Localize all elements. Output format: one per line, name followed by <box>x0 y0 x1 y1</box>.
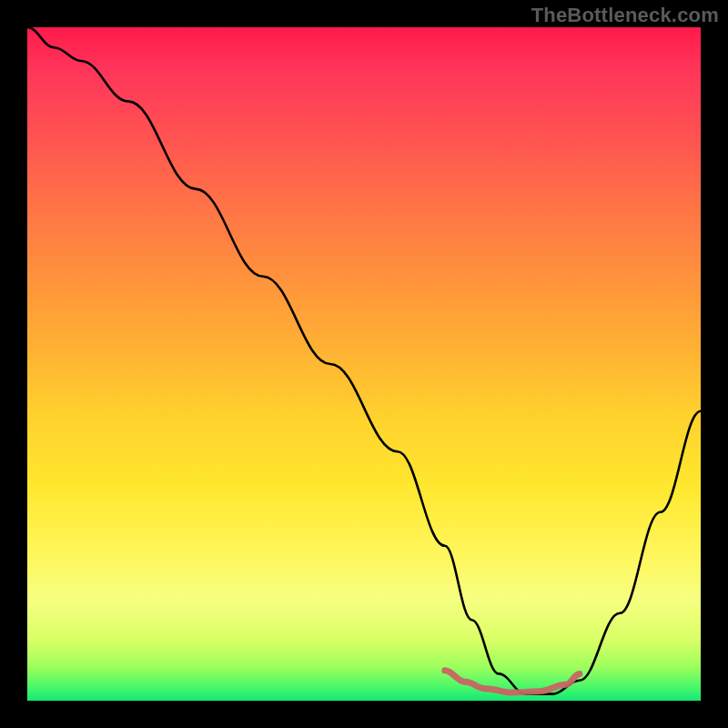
optimal-range-marker <box>445 671 580 693</box>
watermark-text: TheBottleneck.com <box>531 4 719 27</box>
chart-svg <box>27 27 701 701</box>
bottleneck-curve-line <box>27 27 701 694</box>
chart-frame: TheBottleneck.com <box>0 0 728 728</box>
plot-area <box>27 27 701 701</box>
